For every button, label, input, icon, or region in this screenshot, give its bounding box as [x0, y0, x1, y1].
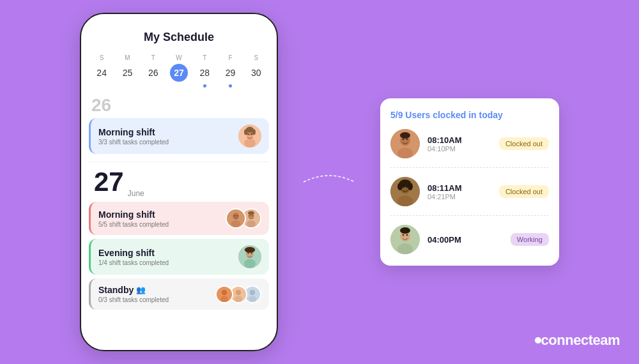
shift-info: Morning shift 3/3 shift tasks completed	[98, 127, 238, 146]
svg-point-18	[252, 215, 253, 216]
day-26-section: 26 Morning shift 3/3 shift tasks complet…	[81, 93, 277, 160]
day-27-label: 27	[91, 169, 124, 195]
clock-time-in-2: 08:11AM	[427, 183, 491, 193]
cal-letter: S	[100, 54, 104, 61]
cal-letter: W	[176, 54, 181, 61]
clock-info-2: 08:11AM 04:21PM	[427, 183, 491, 201]
svg-point-25	[245, 247, 255, 253]
svg-point-17	[249, 215, 250, 216]
cal-num: 24	[93, 64, 111, 82]
clock-time-in-3: 04:00PM	[427, 235, 503, 245]
svg-point-53	[406, 234, 408, 236]
shift-card-morning-26[interactable]: Morning shift 3/3 shift tasks completed	[89, 118, 269, 154]
shift-card-morning-27[interactable]: Morning shift 5/5 shift tasks completed	[89, 202, 269, 235]
cal-num: 26	[144, 64, 162, 82]
svg-point-38	[403, 139, 404, 140]
shift-tasks: 3/3 shift tasks completed	[98, 139, 238, 146]
cal-day-mon25[interactable]: M 25	[118, 54, 136, 87]
shift-tasks: 5/5 shift tasks completed	[98, 221, 226, 228]
phone-mockup: My Schedule S 24 M 25 T 26 W 27	[80, 13, 278, 351]
svg-point-8	[252, 129, 256, 135]
shift-tasks: 0/3 shift tasks completed	[98, 296, 215, 303]
svg-point-7	[244, 129, 247, 135]
svg-point-52	[403, 234, 404, 236]
cal-day-tue26[interactable]: T 26	[144, 54, 162, 87]
svg-point-21	[244, 259, 256, 268]
shift-card-evening[interactable]: Evening shift 1/4 shift tasks completed	[89, 239, 269, 275]
cal-day-sat30[interactable]: S 30	[247, 54, 265, 87]
svg-point-54	[400, 227, 410, 234]
svg-point-24	[251, 253, 252, 254]
clock-time-in-1: 08:10AM	[427, 135, 491, 145]
cal-num-active: 27	[170, 64, 188, 82]
svg-point-47	[397, 183, 403, 190]
standby-icon: 👥	[136, 285, 146, 294]
phone-content: 26 Morning shift 3/3 shift tasks complet…	[81, 90, 277, 350]
svg-point-19	[248, 211, 254, 215]
svg-point-10	[231, 220, 240, 227]
shift-name: Morning shift	[98, 127, 238, 137]
brand-name: connecteam	[541, 332, 620, 348]
cal-letter: T	[203, 54, 206, 61]
status-badge-1: Clocked out	[499, 137, 549, 150]
cal-day-sun24[interactable]: S 24	[93, 54, 111, 87]
shift-avatar-evening	[238, 245, 261, 268]
user-avatar-3	[390, 225, 420, 254]
day-27-month: June	[124, 189, 144, 198]
shift-info: Morning shift 5/5 shift tasks completed	[98, 209, 226, 228]
day-26-label: 26	[89, 95, 269, 116]
user-avatar-1	[390, 129, 420, 158]
cal-letter: S	[254, 54, 258, 61]
cal-dot	[203, 84, 206, 87]
svg-point-33	[250, 289, 255, 294]
panel-header: 5/9 Users clocked in today	[390, 110, 549, 120]
shift-name: Morning shift	[98, 209, 226, 220]
shift-avatar-1	[226, 208, 246, 229]
cal-letter: F	[228, 54, 232, 61]
shift-name: Evening shift	[98, 248, 238, 258]
status-badge-3: Working	[511, 233, 549, 246]
phone-header: My Schedule	[81, 19, 277, 49]
cal-day-fri29[interactable]: F 29	[222, 54, 240, 87]
svg-point-23	[247, 253, 249, 254]
clock-time-out-1: 04:10PM	[427, 145, 491, 153]
svg-point-31	[235, 296, 242, 302]
svg-point-39	[406, 139, 408, 140]
cal-num: 30	[247, 64, 265, 82]
divider	[89, 162, 269, 162]
day-27-section: 27 June Morning shift 5/5 shift tasks co…	[81, 166, 277, 316]
shift-tasks: 1/4 shift tasks completed	[98, 259, 238, 266]
cal-letter: T	[151, 54, 155, 61]
svg-point-13	[236, 215, 238, 216]
cal-letter: M	[125, 54, 130, 61]
clock-user-row-1: 08:10AM 04:10PM Clocked out	[390, 129, 549, 168]
clocked-count: 5/9	[390, 110, 403, 120]
schedule-title: My Schedule	[94, 31, 264, 44]
svg-point-12	[234, 215, 235, 216]
cal-num: 25	[118, 64, 136, 82]
svg-point-4	[247, 133, 249, 135]
cal-num: 29	[222, 64, 240, 82]
calendar-strip[interactable]: S 24 M 25 T 26 W 27 T 28	[81, 49, 277, 90]
clock-info-3: 04:00PM	[427, 235, 503, 245]
cal-day-thu28[interactable]: T 28	[196, 54, 213, 87]
brand: connecteam	[535, 332, 620, 349]
svg-point-30	[236, 289, 241, 294]
clock-time-out-2: 04:21PM	[427, 193, 491, 201]
svg-point-5	[251, 133, 252, 135]
svg-point-28	[220, 296, 228, 302]
cal-num: 28	[196, 64, 213, 82]
shift-card-standby[interactable]: Standby 👥 0/3 shift tasks completed	[89, 278, 269, 310]
shift-name: Standby 👥	[98, 285, 215, 295]
svg-point-3	[244, 139, 256, 148]
users-panel: 5/9 Users clocked in today 08:10AM 04:10…	[380, 98, 559, 266]
brand-dot-icon	[535, 337, 541, 344]
svg-point-34	[249, 296, 256, 302]
shift-info: Standby 👥 0/3 shift tasks completed	[98, 285, 215, 303]
shift-avatar	[238, 125, 261, 148]
status-badge-2: Clocked out	[499, 185, 549, 198]
svg-point-11	[233, 213, 239, 220]
svg-point-15	[247, 220, 256, 227]
clock-info-1: 08:10AM 04:10PM	[427, 135, 491, 153]
cal-day-wed27[interactable]: W 27	[170, 54, 188, 87]
